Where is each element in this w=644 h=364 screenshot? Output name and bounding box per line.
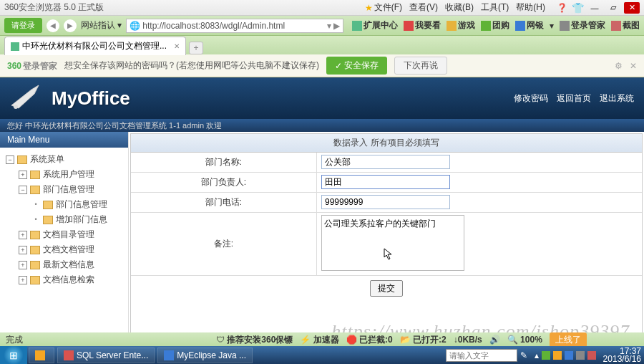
form-caption: 数据录入 所有项目必须填写 bbox=[131, 134, 642, 153]
ime-input[interactable] bbox=[446, 349, 517, 362]
menu-fav[interactable]: 收藏(B) bbox=[445, 1, 474, 14]
expand-icon[interactable] bbox=[19, 231, 27, 239]
password-save-bar: 360登录管家 想安全保存该网站的密码吗？(若您使用网吧等公共电脑不建议保存) … bbox=[0, 54, 644, 77]
browser-right-tools: 扩展中心 我要看 游戏 团购 网银 ▾ 登录管家 截图 bbox=[352, 19, 640, 32]
save-password-button[interactable]: 安全保存 bbox=[326, 57, 387, 75]
menu-view[interactable]: 查看(V) bbox=[409, 1, 438, 14]
expand-icon[interactable] bbox=[19, 276, 27, 284]
form-panel: 数据录入 所有项目必须填写 部门名称: 部门负责人: 部门电话: 备注: bbox=[130, 133, 643, 340]
expand-icon[interactable] bbox=[19, 186, 27, 194]
node-doc-search[interactable]: 文档信息检索 bbox=[3, 272, 125, 287]
game[interactable]: 游戏 bbox=[447, 19, 475, 32]
ime-pen-icon[interactable]: ✎ bbox=[520, 350, 527, 360]
remark-textarea[interactable] bbox=[321, 215, 464, 271]
favicon-icon bbox=[11, 42, 19, 51]
status-accel[interactable]: ⚡ 加速器 bbox=[300, 334, 338, 346]
tab-strip: 中环光伏材料有限公司公司文档管理... ✕ + bbox=[0, 36, 644, 54]
folder-icon bbox=[43, 201, 53, 209]
ext-center[interactable]: 扩展中心 bbox=[352, 19, 398, 32]
logout-link[interactable]: 退出系统 bbox=[600, 92, 634, 105]
phone-input[interactable] bbox=[321, 195, 450, 209]
node-dept-mgmt[interactable]: 部门信息管理 bbox=[3, 182, 125, 197]
menu-help[interactable]: 帮助(H) bbox=[516, 1, 545, 14]
manager-input[interactable] bbox=[321, 175, 450, 189]
status-open[interactable]: 📂 已打开:2 bbox=[400, 334, 447, 346]
tree: 系统菜单 系统用户管理 部门信息管理 部门信息管理 增加部门信息 文档目录管理 … bbox=[0, 148, 128, 292]
node-dept-info[interactable]: 部门信息管理 bbox=[3, 197, 125, 212]
address-dropdown[interactable]: ▾ ▶ bbox=[327, 21, 340, 31]
login-mgr[interactable]: 登录管家 bbox=[560, 19, 605, 32]
address-bar[interactable]: 🌐 http://localhost:8083/wdgl/Admin.html … bbox=[126, 19, 343, 33]
tray-icon[interactable] bbox=[587, 351, 596, 360]
back-button[interactable]: ◀ bbox=[47, 19, 59, 32]
task-sqlserver[interactable]: SQL Server Ente... bbox=[57, 348, 155, 363]
save-bar-message: 想安全保存该网站的密码吗？(若您使用网吧等公共电脑不建议保存) bbox=[64, 59, 319, 72]
system-tray[interactable]: ▴ bbox=[530, 350, 600, 360]
dept-name-input[interactable] bbox=[321, 155, 450, 169]
window-title: 360安全浏览器 5.0 正式版 bbox=[4, 1, 365, 14]
welcome-text: 您好 中环光伏材料有限公司公司文档管理系统 1-1 admin 欢迎 bbox=[0, 119, 644, 132]
expand-icon[interactable] bbox=[6, 155, 14, 164]
myeclipse-icon bbox=[164, 350, 174, 360]
brand-title: MyOffice bbox=[52, 87, 130, 110]
settings-icon[interactable] bbox=[615, 61, 623, 71]
forward-button[interactable]: ▶ bbox=[64, 19, 77, 32]
node-doc-catalog[interactable]: 文档目录管理 bbox=[3, 227, 125, 242]
status-zoom[interactable]: 🔍 100% bbox=[507, 335, 542, 345]
node-latest-docs[interactable]: 最新文档信息 bbox=[3, 257, 125, 272]
tray-icon[interactable] bbox=[542, 351, 550, 360]
node-user-mgmt[interactable]: 系统用户管理 bbox=[3, 167, 125, 182]
status-down[interactable]: ↓0KB/s bbox=[454, 335, 482, 345]
status-sound[interactable]: 🔊 bbox=[489, 335, 500, 345]
tab-active[interactable]: 中环光伏材料有限公司公司文档管理... ✕ bbox=[4, 37, 186, 55]
clock[interactable]: 17:37 2013/6/16 bbox=[600, 348, 644, 363]
remark-label: 备注: bbox=[131, 213, 317, 275]
node-doc-mgmt[interactable]: 文档文档管理 bbox=[3, 242, 125, 257]
minimize-button[interactable] bbox=[587, 2, 602, 14]
site-identity-label[interactable]: 网站指认 ▾ bbox=[81, 19, 122, 32]
tab-close-button[interactable]: ✕ bbox=[174, 42, 180, 50]
help-icon[interactable] bbox=[552, 3, 572, 13]
home-link[interactable]: 返回首页 bbox=[557, 92, 591, 105]
phone-label: 部门电话: bbox=[131, 193, 317, 212]
tray-icon[interactable] bbox=[565, 351, 573, 360]
folder-icon bbox=[30, 171, 40, 179]
close-window-button[interactable] bbox=[624, 2, 640, 14]
new-tab-button[interactable]: + bbox=[189, 42, 203, 54]
star-icon[interactable] bbox=[365, 3, 374, 13]
savebar-close-button[interactable] bbox=[630, 61, 637, 71]
status-block[interactable]: 🛑 已拦截:0 bbox=[346, 334, 393, 346]
groupbuy[interactable]: 团购 bbox=[481, 19, 509, 32]
node-add-dept[interactable]: 增加部门信息 bbox=[3, 212, 125, 227]
start-button[interactable]: ⊞ bbox=[0, 346, 27, 364]
menu-file[interactable]: 文件(F) bbox=[374, 1, 402, 14]
tray-icon[interactable] bbox=[576, 351, 585, 360]
change-password-link[interactable]: 修改密码 bbox=[514, 92, 548, 105]
taskbar: ⊞ SQL Server Ente... MyEclipse Java ... … bbox=[0, 346, 644, 364]
task-browser[interactable] bbox=[29, 348, 54, 363]
submit-button[interactable]: 提交 bbox=[370, 280, 403, 297]
logo-360: 360登录管家 bbox=[7, 59, 57, 72]
favorites[interactable]: 我要看 bbox=[404, 19, 441, 32]
menu-tools[interactable]: 工具(T) bbox=[481, 1, 509, 14]
header-links: 修改密码 返回首页 退出系统 bbox=[514, 92, 634, 105]
task-myeclipse[interactable]: MyEclipse Java ... bbox=[157, 348, 253, 363]
tray-expand-icon[interactable]: ▴ bbox=[535, 350, 539, 360]
status-guard[interactable]: 🛡 推荐安装360保镖 bbox=[216, 334, 293, 346]
maximize-button[interactable] bbox=[605, 2, 621, 14]
node-system-menu[interactable]: 系统菜单 bbox=[3, 152, 125, 167]
tray-icon[interactable] bbox=[553, 351, 562, 360]
more-tools[interactable]: ▾ bbox=[550, 21, 554, 31]
expand-icon[interactable] bbox=[19, 171, 27, 179]
next-time-button[interactable]: 下次再说 bbox=[394, 57, 447, 75]
expand-icon[interactable] bbox=[19, 246, 27, 254]
status-download[interactable]: 上线了 bbox=[550, 332, 587, 348]
address-url: http://localhost:8083/wdgl/Admin.html bbox=[142, 21, 285, 31]
skin-button[interactable]: 👕 bbox=[572, 2, 584, 14]
login-prompt-button[interactable]: 请登录 bbox=[4, 18, 42, 33]
expand-icon[interactable] bbox=[19, 261, 27, 269]
dept-name-label: 部门名称: bbox=[131, 153, 317, 172]
netbank[interactable]: 网银 bbox=[515, 19, 544, 32]
sidebar-title: Main Menu bbox=[0, 132, 128, 148]
screenshot[interactable]: 截图 bbox=[611, 19, 640, 32]
